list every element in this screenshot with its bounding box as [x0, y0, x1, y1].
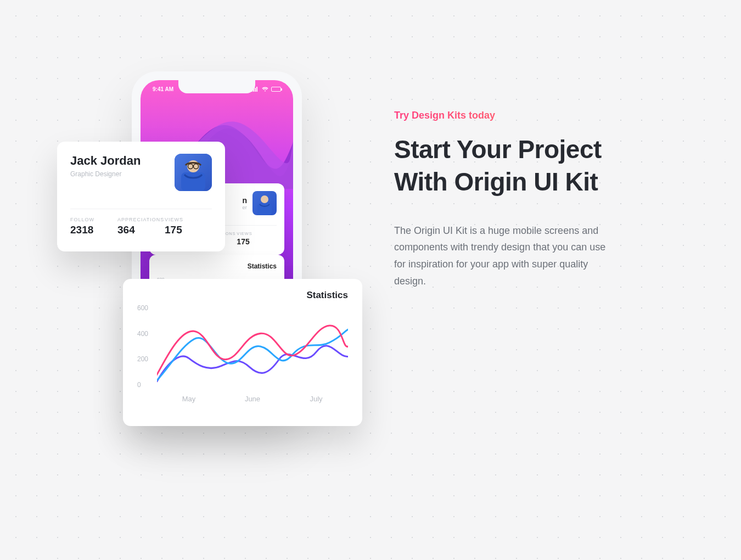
profile-name: Jack Jordan: [70, 154, 141, 168]
svg-rect-2: [255, 88, 256, 92]
ytick-0: 0: [137, 381, 148, 389]
battery-icon: [271, 87, 281, 92]
ytick-200: 200: [137, 355, 148, 363]
statistics-plot: 600 400 200 0 May June July: [137, 304, 348, 401]
phone-notch: [178, 80, 255, 93]
body-text: The Origin UI Kit is a huge mobile scree…: [394, 222, 614, 289]
phone-stats-title: Statistics: [157, 262, 277, 270]
status-icons: [251, 87, 281, 92]
xtick-july: July: [284, 395, 348, 403]
phone-stat-views: VIEWS 175: [237, 231, 277, 246]
stat-follow: FOLLOW 2318: [70, 217, 117, 236]
stat-views-label: VIEWS: [165, 217, 212, 222]
phone-stat-views-label: VIEWS: [237, 231, 277, 236]
marketing-copy: Try Design Kits today Start Your Project…: [394, 110, 658, 289]
stat-views-value: 175: [165, 224, 212, 236]
avatar: [175, 154, 212, 191]
stat-appreciations: APPRECIATIONS 364: [117, 217, 165, 236]
ytick-600: 600: [137, 304, 148, 312]
statistics-title: Statistics: [137, 290, 348, 301]
statistics-lines: [157, 304, 348, 389]
phone-profile-name: n: [242, 196, 247, 205]
statistics-yticks: 600 400 200 0: [137, 304, 148, 389]
stat-views: VIEWS 175: [165, 217, 212, 236]
stat-appreciations-value: 364: [117, 224, 165, 236]
statistics-xticks: May June July: [157, 395, 348, 403]
xtick-may: May: [157, 395, 221, 403]
headline-text: Start Your Project With Origin UI Kit: [394, 133, 658, 198]
xtick-june: June: [221, 395, 284, 403]
profile-role: Graphic Designer: [70, 170, 141, 178]
eyebrow-text: Try Design Kits today: [394, 110, 658, 121]
stat-appreciations-label: APPRECIATIONS: [117, 217, 165, 222]
svg-rect-3: [256, 87, 257, 92]
phone-avatar: [252, 191, 277, 215]
stat-follow-value: 2318: [70, 224, 117, 236]
wifi-icon: [262, 87, 268, 92]
svg-point-4: [261, 195, 268, 203]
phone-stat-views-value: 175: [237, 237, 277, 246]
profile-card: Jack Jordan Graphic Designer FOLLOW 2318…: [57, 142, 225, 251]
stat-follow-label: FOLLOW: [70, 217, 117, 222]
statistics-card: Statistics 600 400 200 0 May June July: [123, 279, 362, 426]
phone-profile-role: er: [242, 205, 247, 210]
status-time: 9:41 AM: [153, 86, 173, 92]
ytick-400: 400: [137, 330, 148, 338]
